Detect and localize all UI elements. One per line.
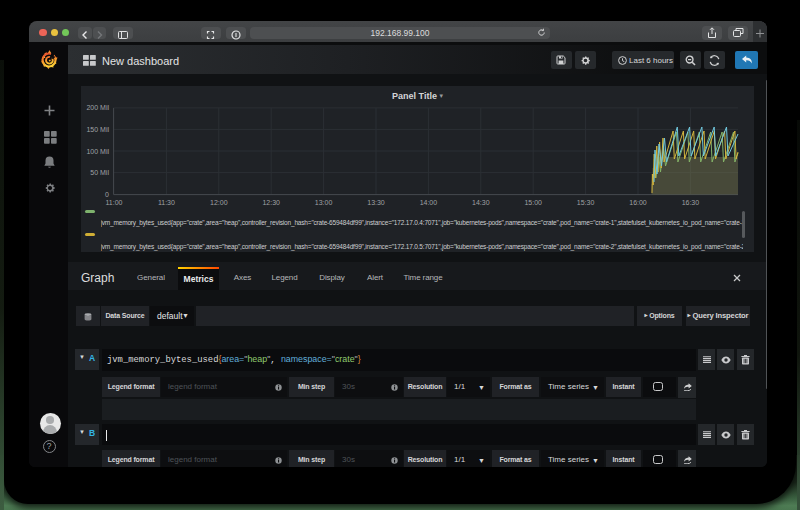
svg-text:15:30: 15:30 — [577, 199, 595, 206]
svg-text:50 Mil: 50 Mil — [90, 169, 109, 176]
svg-text:12:00: 12:00 — [210, 199, 228, 206]
svg-text:100 Mil: 100 Mil — [86, 148, 109, 155]
svg-text:0: 0 — [105, 191, 109, 198]
svg-text:15:00: 15:00 — [524, 199, 542, 206]
svg-text:16:30: 16:30 — [682, 199, 700, 206]
svg-text:12:30: 12:30 — [262, 199, 280, 206]
svg-text:16:00: 16:00 — [629, 199, 647, 206]
svg-text:11:00: 11:00 — [106, 199, 123, 206]
svg-text:11:30: 11:30 — [158, 199, 175, 206]
svg-text:200 Mil: 200 Mil — [86, 104, 109, 111]
svg-text:14:00: 14:00 — [420, 199, 438, 206]
svg-text:150 Mil: 150 Mil — [86, 126, 109, 133]
svg-text:14:30: 14:30 — [472, 199, 490, 206]
svg-text:13:30: 13:30 — [367, 199, 385, 206]
svg-text:13:00: 13:00 — [315, 199, 333, 206]
